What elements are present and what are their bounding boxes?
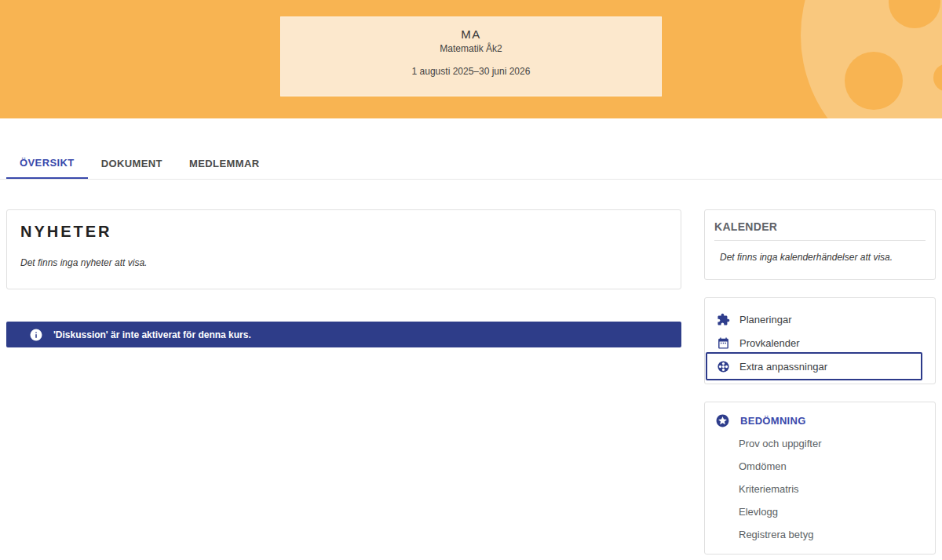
quick-links-card: Planeringar Provkalender (704, 297, 936, 384)
decorative-circle (845, 52, 903, 110)
course-banner: MA Matematik Åk2 1 augusti 2025–30 juni … (0, 0, 942, 118)
link-label: Planeringar (739, 314, 792, 325)
wheel-icon (717, 360, 730, 373)
course-name: Matematik Åk2 (281, 43, 661, 54)
assessment-card: BEDÖMNING Prov och uppgifter Omdömen Kri… (704, 402, 936, 555)
news-card: NYHETER Det finns inga nyheter att visa. (6, 209, 681, 289)
sidebar: KALENDER Det finns inga kalenderhändelse… (704, 209, 936, 555)
calendar-icon (717, 336, 730, 350)
link-label: Extra anpassningar (739, 361, 827, 373)
link-label: Provkalender (739, 337, 800, 349)
assessment-item-prov-och-uppgifter[interactable]: Prov och uppgifter (705, 432, 935, 455)
tab-dokument[interactable]: DOKUMENT (88, 148, 176, 179)
course-date-range: 1 augusti 2025–30 juni 2026 (281, 66, 661, 77)
puzzle-icon (717, 313, 730, 326)
link-provkalender[interactable]: Provkalender (705, 331, 935, 355)
notice-message: 'Diskussion' är inte aktiverat för denna… (53, 329, 251, 340)
assessment-item-omdomen[interactable]: Omdömen (705, 455, 935, 478)
calendar-empty-message: Det finns inga kalenderhändelser att vis… (720, 252, 926, 263)
star-circle-icon (715, 413, 730, 428)
assessment-item-elevlogg[interactable]: Elevlogg (705, 500, 935, 523)
divider (714, 240, 926, 241)
calendar-card: KALENDER Det finns inga kalenderhändelse… (704, 209, 936, 280)
news-empty-message: Det finns inga nyheter att visa. (20, 257, 681, 268)
info-icon (29, 328, 43, 342)
course-code: MA (281, 27, 661, 41)
discussion-disabled-notice: 'Diskussion' är inte aktiverat för denna… (6, 322, 681, 347)
course-tab-bar: ÖVERSIKT DOKUMENT MEDLEMMAR (0, 148, 942, 180)
tab-oversikt[interactable]: ÖVERSIKT (6, 148, 88, 179)
course-info-card: MA Matematik Åk2 1 augusti 2025–30 juni … (280, 16, 662, 96)
main-column: NYHETER Det finns inga nyheter att visa.… (6, 209, 681, 347)
calendar-title: KALENDER (714, 220, 926, 233)
tab-medlemmar[interactable]: MEDLEMMAR (176, 148, 273, 179)
link-planeringar[interactable]: Planeringar (705, 307, 935, 331)
assessment-header[interactable]: BEDÖMNING (705, 409, 935, 432)
assessment-title: BEDÖMNING (740, 415, 806, 427)
assessment-item-registrera-betyg[interactable]: Registrera betyg (705, 523, 935, 546)
assessment-item-kriteriematris[interactable]: Kriteriematris (705, 478, 935, 500)
page-content: NYHETER Det finns inga nyheter att visa.… (0, 209, 942, 555)
link-extra-anpassningar[interactable]: Extra anpassningar (706, 352, 922, 380)
news-title: NYHETER (20, 223, 681, 241)
